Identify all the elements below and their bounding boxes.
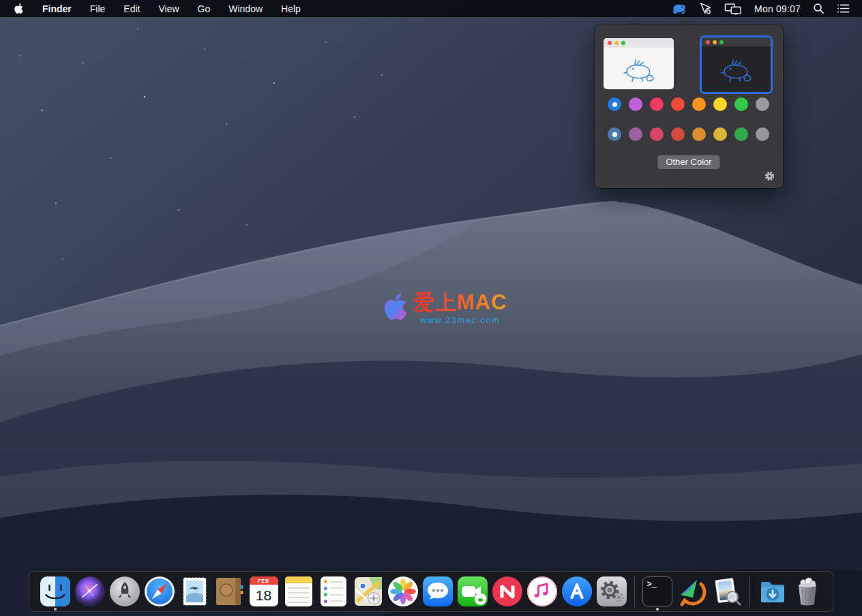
accent-color-pink[interactable] <box>650 97 664 111</box>
menu-window[interactable]: Window <box>228 3 263 14</box>
dock-item-itunes[interactable] <box>526 574 558 609</box>
highlight-color-pink[interactable] <box>650 127 664 141</box>
itunes-icon <box>526 576 558 607</box>
menu-bar: Finder File Edit View Go Window Help <box>0 0 862 17</box>
displays-icon[interactable] <box>724 3 742 15</box>
dock-item-launchpad[interactable] <box>109 574 140 609</box>
dark-theme-option-selected[interactable] <box>700 35 773 94</box>
contacts-book-icon <box>213 576 245 607</box>
highlight-color-orange[interactable] <box>692 127 706 141</box>
menu-help[interactable]: Help <box>281 3 301 14</box>
spotlight-search-icon[interactable] <box>813 3 824 14</box>
apple-logo-gradient-icon <box>383 292 408 322</box>
dock-item-notes[interactable] <box>283 574 314 609</box>
dock-item-system-preferences[interactable] <box>596 574 627 609</box>
calendar-icon: FEB 18 <box>250 576 278 606</box>
chameleon-app-icon[interactable] <box>672 2 687 15</box>
menu-finder[interactable]: Finder <box>42 3 72 14</box>
dock-item-contacts[interactable] <box>213 574 245 609</box>
selected-color-indicator <box>612 132 617 137</box>
theme-previews <box>595 31 783 94</box>
accent-color-blue[interactable] <box>608 97 621 111</box>
dock-item-calendar[interactable]: FEB 18 <box>248 574 280 609</box>
traffic-light-yellow-icon <box>713 40 717 44</box>
system-preferences-gears-icon <box>596 576 627 607</box>
highlight-color-green[interactable] <box>734 127 748 141</box>
other-color-button[interactable]: Other Color <box>657 155 719 169</box>
chameleon-app-dock-icon <box>677 576 708 607</box>
accent-color-purple[interactable] <box>629 97 642 111</box>
dock-item-messages[interactable] <box>422 574 454 609</box>
desktop: Finder File Edit View Go Window Help <box>0 0 862 616</box>
dock-item-finder[interactable] <box>40 574 71 609</box>
photos-flower-icon <box>387 576 419 607</box>
menu-view[interactable]: View <box>158 3 179 14</box>
dock-item-mail[interactable] <box>179 574 210 609</box>
watermark-title: 爱上MAC <box>413 292 507 314</box>
highlight-color-red[interactable] <box>671 127 685 141</box>
highlight-color-graphite[interactable] <box>756 127 769 141</box>
dock: FEB 18 <box>29 571 833 612</box>
dock-item-news[interactable] <box>492 574 523 609</box>
maps-icon <box>353 576 384 607</box>
chameleon-sketch-icon <box>710 52 763 86</box>
highlight-color-purple[interactable] <box>629 127 642 141</box>
dock-item-downloads[interactable] <box>757 574 788 609</box>
dock-item-siri[interactable] <box>74 574 106 609</box>
dock-item-facetime[interactable] <box>457 574 488 609</box>
light-theme-option[interactable] <box>604 38 674 89</box>
dock-item-app-store[interactable] <box>561 574 593 609</box>
traffic-light-green-icon <box>621 41 625 45</box>
messages-icon <box>422 576 454 607</box>
dock-item-safari[interactable] <box>144 574 175 609</box>
accent-color-graphite[interactable] <box>756 97 769 111</box>
selected-color-indicator <box>612 102 617 107</box>
gear-icon[interactable] <box>764 170 775 185</box>
traffic-light-red-icon <box>706 40 710 44</box>
accent-color-row <box>608 97 769 111</box>
notification-center-icon[interactable] <box>837 3 850 14</box>
dock-item-maps[interactable] <box>353 574 384 609</box>
terminal-prompt: >_ <box>647 580 657 589</box>
running-indicator <box>656 608 659 611</box>
accent-color-red[interactable] <box>671 97 685 111</box>
dock-separator <box>749 576 750 607</box>
accent-color-yellow[interactable] <box>713 97 727 111</box>
safari-icon <box>144 576 175 607</box>
reminders-icon <box>321 576 346 606</box>
preview-icon <box>711 576 743 607</box>
menu-bar-clock[interactable]: Mon 09:07 <box>754 3 801 14</box>
dock-item-trash[interactable] <box>792 574 823 609</box>
dock-item-reminders[interactable] <box>318 574 349 609</box>
dock-separator <box>634 576 635 607</box>
finder-icon <box>40 576 71 607</box>
dock-item-terminal[interactable]: >_ <box>642 574 673 609</box>
news-icon <box>492 576 523 607</box>
facetime-icon <box>457 576 488 607</box>
traffic-light-green-icon <box>719 40 724 44</box>
mini-window-titlebar <box>702 37 771 46</box>
calendar-day: 18 <box>250 585 278 606</box>
menu-go[interactable]: Go <box>198 3 211 14</box>
highlight-color-blue[interactable] <box>608 127 621 141</box>
dock-item-chameleon-app[interactable] <box>677 574 708 609</box>
menu-edit[interactable]: Edit <box>123 3 140 14</box>
traffic-light-yellow-icon <box>614 41 619 45</box>
launchpad-rocket-icon <box>109 576 140 607</box>
apple-menu-icon[interactable] <box>14 3 24 14</box>
accent-color-orange[interactable] <box>692 97 706 111</box>
menu-file[interactable]: File <box>90 3 106 14</box>
accent-color-green[interactable] <box>734 97 748 111</box>
highlight-color-yellow[interactable] <box>713 127 727 141</box>
traffic-light-red-icon <box>608 41 612 45</box>
terminal-icon: >_ <box>642 576 672 606</box>
chameleon-sketch-icon <box>612 52 666 86</box>
highlight-color-row <box>608 127 769 141</box>
watermark: 爱上MAC www.23mac.com <box>383 292 507 325</box>
dock-item-preview[interactable] <box>711 574 743 609</box>
calendar-month: FEB <box>250 576 278 585</box>
mini-window-titlebar <box>604 38 674 48</box>
dock-item-photos[interactable] <box>387 574 419 609</box>
notes-icon <box>285 576 312 606</box>
cursor-tool-icon[interactable] <box>699 2 712 15</box>
